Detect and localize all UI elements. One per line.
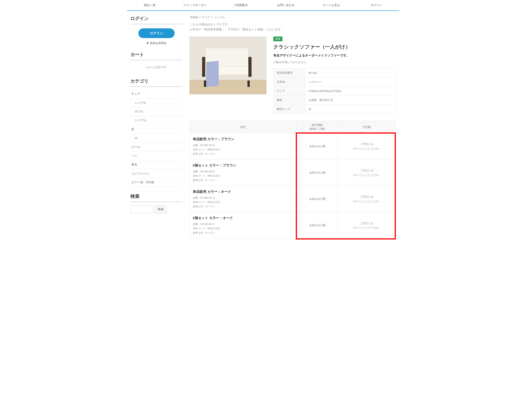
breadcrumb: 全商品 > チェア > シングル [189, 15, 396, 19]
product-image [189, 37, 266, 94]
variant-row: 2個セット カラー：ブラウン品番：SF-001-02-BJANコード：49012… [189, 160, 395, 186]
category-item[interactable]: 大 [131, 134, 182, 143]
category-item[interactable]: チェア [131, 90, 182, 99]
new-badge: 新着 [273, 37, 282, 41]
variant-price-cell: 会員のみ公開 [297, 212, 338, 239]
product-title: クラシックソファー（一人がけ） [273, 44, 396, 50]
spec-row: サイズH700mm;W700mm;D700m [273, 87, 395, 96]
spec-label: サイズ [273, 87, 305, 96]
login-block: ログイン ログイン ▶ 新規会員登録 [131, 15, 182, 45]
header-price-label: 販売価格 [299, 123, 335, 127]
variant-name: 2個セット カラー：オーク [193, 216, 293, 220]
product-info: 新着 クラシックソファー（一人がけ） 有名デザイナーによるオーダーメイドソファー… [273, 37, 396, 114]
nav-guide[interactable]: ご利用案内 [218, 0, 263, 10]
category-title: カテゴリ [131, 78, 182, 87]
header-price-sublabel: (単価 × 入数) [299, 127, 335, 131]
variant-qty-cell: ご注文にはログインしてください [338, 186, 395, 212]
spec-label: 生産地 [273, 78, 305, 87]
category-item[interactable]: 机 [131, 125, 182, 134]
category-item[interactable]: シングル [131, 99, 182, 107]
variant-meta: 品番：SF-001-02-BJANコード：490121212参考上代：オープン [193, 170, 293, 182]
variant-row: 単品販売 カラー：ブラウン品番：SF-001-01-BJANコード：490121… [189, 133, 395, 160]
variant-header-price: 販売価格 (単価 × 入数) [297, 121, 338, 133]
spec-row: 生産地ノルウェー [273, 78, 395, 87]
variant-price-cell: 会員のみ公開 [297, 160, 338, 186]
product-description: 小物は付属しておりません。 [273, 60, 396, 64]
variant-breakdown-cell: 2個セット カラー：オーク品番：SF-001-02-OJANコード：490121… [189, 212, 297, 239]
sidebar: ログイン ログイン ▶ 新規会員登録 カート カートは空です カテゴリ チェアシ… [131, 15, 182, 239]
product-subtitle: 有名デザイナーによるオーダーメイドソファーです。 [273, 53, 396, 58]
variant-qty-cell: ご注文にはログインしてください [338, 160, 395, 186]
login-required-message: ご注文にはログインしてください [341, 168, 392, 177]
spec-value: ノルウェー [305, 78, 395, 87]
nav-login[interactable]: ログイン [354, 0, 399, 10]
login-required-message: ご注文にはログインしてください [341, 194, 392, 204]
login-required-message: ご注文にはログインしてください [341, 142, 392, 151]
category-item[interactable]: ビール [131, 143, 182, 151]
variant-header-qty: 注文数 [338, 121, 395, 133]
category-item[interactable]: トリプル [131, 116, 182, 125]
spec-row: 商品管理番号SF-001 [273, 69, 395, 78]
nav-contact[interactable]: お問い合わせ [263, 0, 308, 10]
search-block: 検索 検索 [131, 193, 182, 213]
spec-table: 商品管理番号SF-001生産地ノルウェーサイズH700mm;W700mm;D70… [273, 68, 396, 114]
spec-label: 梱包サイズ [273, 105, 305, 114]
category-block: カテゴリ チェアシングルダブルトリプル机大ビールパン家具ユニフォームカラー別 D… [131, 78, 182, 187]
search-input[interactable] [131, 206, 153, 213]
spec-row: 素材合皮製 撥水加工済 [273, 96, 395, 105]
variant-name: 2個セット カラー：ブラウン [193, 163, 293, 168]
variant-name: 単品販売 カラー：ブラウン [193, 137, 293, 141]
notice-line: 上半分が「商品基本情報」、下半分が「商品セット情報」になります。 [189, 27, 396, 32]
variant-table: 内訳 販売価格 (単価 × 入数) 注文数 単品販売 カラー：ブラウン品番：SF… [189, 121, 396, 239]
search-button[interactable]: 検索 [155, 205, 167, 213]
category-item[interactable]: ダブル [131, 107, 182, 116]
nav-quick-order[interactable]: クイックオーダー [172, 0, 218, 10]
register-link[interactable]: ▶ 新規会員登録 [131, 41, 182, 45]
nav-cart[interactable]: カートを見る [308, 0, 354, 10]
login-button[interactable]: ログイン [138, 28, 175, 38]
variant-meta: 品番：SF-001-01-BJANコード：490121212参考上代：オープン [193, 143, 293, 156]
nav-products[interactable]: 商品一覧 [127, 0, 172, 10]
cart-empty-message: カートは空です [131, 63, 182, 72]
variant-qty-cell: ご注文にはログインしてください [338, 133, 395, 160]
cart-title: カート [131, 51, 182, 60]
sample-notice: こちらの商品はサンプルです。 上半分が「商品基本情報」、下半分が「商品セット情報… [189, 22, 396, 32]
variant-qty-cell: ご注文にはログインしてください [338, 212, 395, 239]
breadcrumb-item[interactable]: チェア [202, 16, 210, 19]
category-item[interactable]: パン [131, 151, 182, 160]
breadcrumb-item[interactable]: 全商品 [190, 16, 198, 19]
variant-row: 2個セット カラー：オーク品番：SF-001-02-OJANコード：490121… [189, 212, 395, 239]
variant-price-cell: 会員のみ公開 [297, 186, 338, 212]
variant-row: 単品販売 カラー：オーク品番：SF-001-01-OJANコード：4901212… [189, 186, 395, 212]
login-required-message: ご注文にはログインしてください [341, 221, 392, 230]
cart-block: カート カートは空です [131, 51, 182, 72]
variant-breakdown-cell: 2個セット カラー：ブラウン品番：SF-001-02-BJANコード：49012… [189, 160, 297, 186]
notice-line: こちらの商品はサンプルです。 [189, 22, 396, 27]
login-title: ログイン [131, 15, 182, 24]
variant-meta: 品番：SF-001-01-OJANコード：490121212参考上代：オープン [193, 196, 293, 208]
variant-meta: 品番：SF-001-02-OJANコード：490121212参考上代：オープン [193, 222, 293, 235]
variant-header-breakdown: 内訳 [189, 121, 297, 133]
spec-label: 素材 [273, 96, 305, 105]
main-content: 全商品 > チェア > シングル こちらの商品はサンプルです。 上半分が「商品基… [189, 15, 396, 239]
search-title: 検索 [131, 193, 182, 202]
variant-breakdown-cell: 単品販売 カラー：オーク品番：SF-001-01-OJANコード：4901212… [189, 186, 297, 212]
variant-price-cell: 会員のみ公開 [297, 133, 338, 160]
category-list: チェアシングルダブルトリプル机大ビールパン家具ユニフォームカラー別 D社製 [131, 90, 182, 187]
breadcrumb-item[interactable]: シングル [214, 16, 225, 19]
category-item[interactable]: ユニフォーム [131, 169, 182, 178]
spec-value: 命 [305, 105, 395, 114]
spec-label: 商品管理番号 [273, 69, 305, 78]
spec-row: 梱包サイズ命 [273, 105, 395, 114]
category-item[interactable]: カラー別 D社製 [131, 178, 182, 187]
top-nav: 商品一覧 クイックオーダー ご利用案内 お問い合わせ カートを見る ログイン [127, 0, 399, 11]
spec-value: 合皮製 撥水加工済 [305, 96, 395, 105]
spec-value: SF-001 [305, 69, 395, 78]
variant-breakdown-cell: 単品販売 カラー：ブラウン品番：SF-001-01-BJANコード：490121… [189, 133, 297, 160]
spec-value: H700mm;W700mm;D700m [305, 87, 395, 96]
category-item[interactable]: 家具 [131, 160, 182, 169]
variant-name: 単品販売 カラー：オーク [193, 190, 293, 194]
